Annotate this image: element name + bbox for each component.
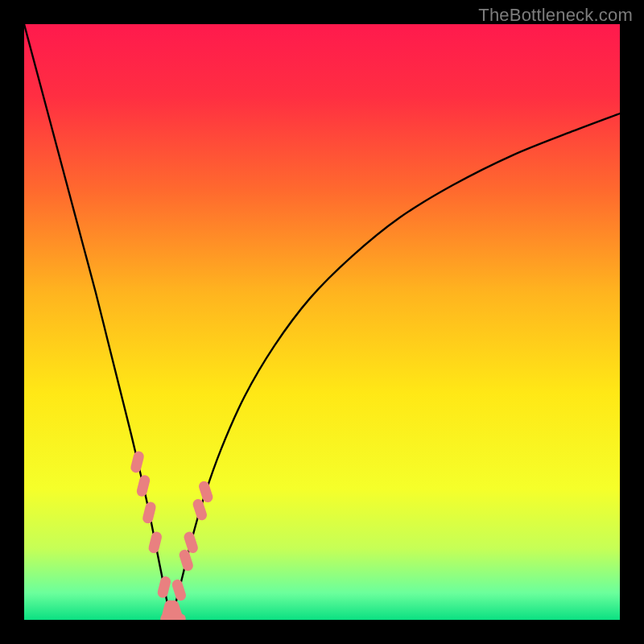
marker-pill — [156, 576, 171, 599]
curve-layer — [24, 24, 620, 620]
marker-pill — [147, 530, 163, 554]
marker-pill — [130, 450, 145, 473]
chart-frame: TheBottleneck.com — [0, 0, 644, 644]
marker-pill — [135, 474, 151, 497]
watermark-text: TheBottleneck.com — [478, 5, 633, 26]
data-markers — [130, 450, 214, 620]
marker-pill — [142, 501, 157, 524]
marker-pill — [171, 578, 188, 602]
curve-right — [171, 114, 620, 620]
marker-pill — [167, 614, 186, 620]
curve-left — [24, 24, 171, 620]
plot-area — [24, 24, 620, 620]
